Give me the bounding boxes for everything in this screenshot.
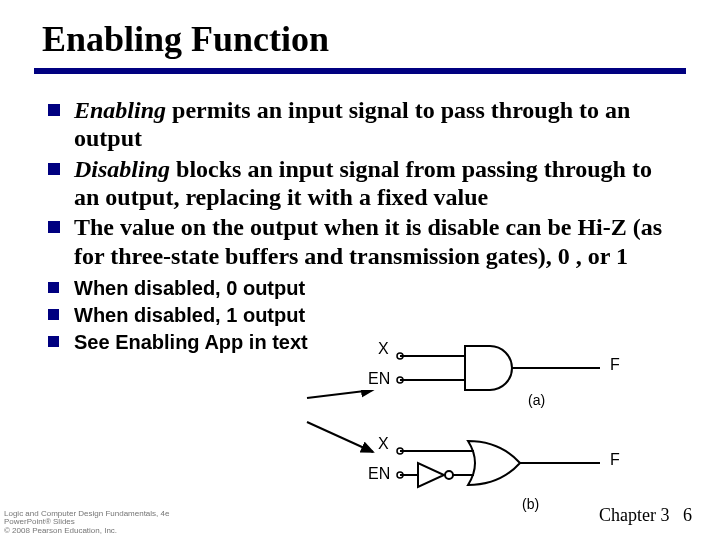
bullet-enabling: Enabling permits an input signal to pass… (46, 96, 682, 153)
label-x-a: X (378, 340, 389, 358)
circuit-diagram: X EN F (a) X EN F (b) (370, 338, 650, 513)
and-gate-icon (370, 338, 650, 408)
title-underline (34, 68, 686, 74)
label-f-a: F (610, 356, 620, 374)
label-a: (a) (528, 392, 545, 408)
label-b: (b) (522, 496, 539, 512)
slide: Enabling Function Enabling permits an in… (0, 0, 720, 355)
bullet-disabling: Disabling blocks an input signal from pa… (46, 155, 682, 212)
bullet-output-value: The value on the output when it is disab… (46, 213, 682, 270)
page-title: Enabling Function (38, 18, 682, 60)
emphasis-enabling: Enabling (74, 97, 166, 123)
emphasis-disabling: Disabling (74, 156, 170, 182)
label-en-b: EN (368, 465, 390, 483)
page-number: 6 (683, 505, 692, 525)
svg-line-1 (307, 422, 373, 452)
footer-line-3: © 2008 Pearson Education, Inc. (4, 527, 169, 536)
bullet-list: Enabling permits an input signal to pass… (38, 96, 682, 270)
or-gate-icon (370, 433, 650, 513)
chapter-label: Chapter 3 (599, 505, 669, 525)
label-en-a: EN (368, 370, 390, 388)
copyright-footer: Logic and Computer Design Fundamentals, … (4, 510, 169, 536)
sub-disabled-1: When disabled, 1 output (46, 303, 682, 328)
sub-disabled-0: When disabled, 0 output (46, 276, 682, 301)
label-x-b: X (378, 435, 389, 453)
page-footer: Chapter 3 6 (599, 505, 692, 526)
label-f-b: F (610, 451, 620, 469)
svg-line-0 (307, 390, 373, 398)
